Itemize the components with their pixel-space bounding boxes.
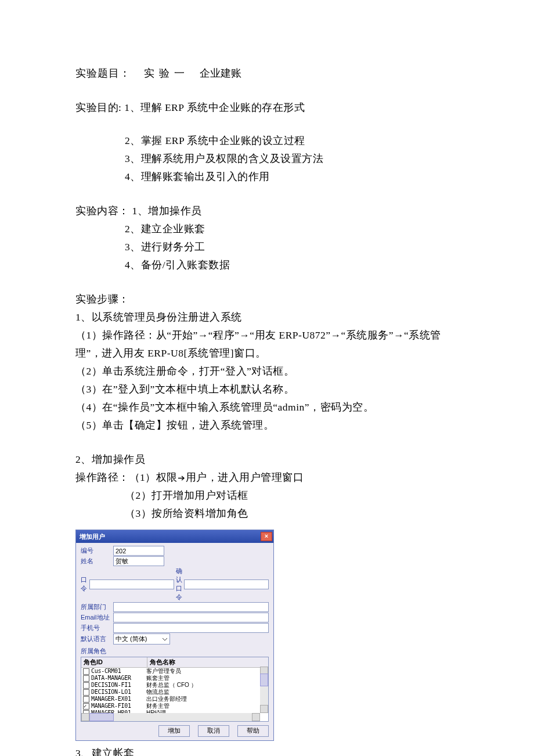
step-1e: （5）单击【确定】按钮，进入系统管理。 — [75, 416, 459, 434]
dialog-button-row: 增加 取消 帮助 — [76, 723, 273, 740]
title-spaced: 实验一 — [144, 67, 189, 79]
dialog-titlebar[interactable]: 增加用户 × — [76, 530, 273, 543]
content-line-4: 4、备份/引入账套数据 — [125, 256, 459, 274]
step-3: 3、建立帐套 — [75, 744, 459, 756]
label-dept: 所属部门 — [81, 603, 113, 611]
purpose-label: 实验目的: — [75, 102, 121, 113]
label-roles: 所属角色 — [81, 647, 106, 656]
role-checkbox[interactable] — [83, 682, 89, 689]
role-name: 账套主管 — [145, 675, 268, 682]
role-checkbox[interactable] — [83, 668, 89, 675]
password-field[interactable] — [89, 579, 174, 589]
dept-field[interactable] — [113, 602, 269, 612]
header-role-name: 角色名称 — [147, 657, 268, 668]
scroll-down-icon[interactable] — [260, 705, 268, 713]
content-line-1: 实验内容： 1、增加操作员 — [75, 202, 459, 220]
role-name: 出口业务部经理 — [145, 696, 268, 703]
name-field[interactable] — [113, 556, 164, 566]
step-1d: （4）在“操作员”文本框中输入系统管理员“admin”，密码为空。 — [75, 398, 459, 416]
content-line-3: 3、进行财务分工 — [125, 238, 459, 256]
steps-label: 实验步骤： — [75, 290, 459, 308]
role-name: 财务总监（ CFO ） — [145, 682, 268, 689]
email-field[interactable] — [113, 613, 269, 622]
role-id: Cus-CRM01 — [91, 668, 121, 675]
table-row[interactable]: MANAGER-EX01出口业务部经理 — [81, 696, 268, 703]
role-name: 客户管理专员 — [145, 668, 268, 675]
phone-field[interactable] — [113, 623, 269, 633]
purpose-line-2: 2、掌握 ERP 系统中企业账的设立过程 — [125, 132, 459, 150]
close-icon[interactable]: × — [261, 532, 272, 541]
step-1b: （2）单击系统注册命令，打开“登入”对话框。 — [75, 362, 459, 380]
purpose-line-4: 4、理解账套输出及引入的作用 — [125, 168, 459, 186]
table-row[interactable]: MANAGER-FI01财务主管 — [81, 703, 268, 710]
purpose-line-3: 3、理解系统用户及权限的含义及设置方法 — [125, 150, 459, 168]
table-row[interactable]: DATA-MANAGER账套主管 — [81, 675, 268, 682]
role-checkbox[interactable] — [83, 689, 89, 696]
label-email: Email地址 — [81, 613, 113, 622]
horizontal-scrollbar[interactable] — [81, 713, 260, 721]
dialog-body: 编号 姓名 口令 确认口令 所属部门 Email地址 — [76, 543, 273, 723]
add-button[interactable]: 增加 — [158, 725, 190, 737]
add-user-dialog: 增加用户 × 编号 姓名 口令 确认口令 所属部门 — [75, 530, 274, 741]
scroll-left-icon[interactable] — [81, 713, 89, 721]
purpose-line-1: 实验目的: 1、理解 ERP 系统中企业账的存在形式 — [75, 99, 459, 117]
step-1c: （3）在”登入到”文本框中填上本机默认名称。 — [75, 380, 459, 398]
role-id: DECISION-LO1 — [91, 689, 131, 696]
code-field[interactable] — [113, 546, 164, 556]
chevron-down-icon — [162, 636, 168, 642]
label-lang: 默认语言 — [81, 635, 113, 643]
role-list-header: 角色ID 角色名称 — [81, 657, 268, 668]
scroll-thumb[interactable] — [260, 674, 268, 686]
arrow-right-icon — [178, 471, 186, 483]
vertical-scrollbar[interactable] — [260, 667, 268, 713]
label-name: 姓名 — [81, 557, 113, 566]
label-phone: 手机号 — [81, 624, 113, 632]
role-id: DATA-MANAGER — [91, 675, 131, 682]
label-pwd: 口令 — [81, 575, 89, 593]
table-row[interactable]: Cus-CRM01客户管理专员 — [81, 668, 268, 675]
step-2: 2、增加操作员 — [75, 451, 459, 469]
header-role-id: 角色ID — [81, 657, 147, 668]
table-row[interactable]: DECISION-LO1物流总监 — [81, 689, 268, 696]
language-select[interactable]: 中文 (简体) — [113, 633, 170, 645]
label-pwd2: 确认口令 — [176, 567, 183, 602]
title-label: 实验题目： — [75, 67, 131, 79]
scroll-thumb-h[interactable] — [89, 713, 114, 721]
step-2-sub3: （3）按所给资料增加角色 — [125, 505, 459, 523]
role-id: MANAGER-FI01 — [91, 703, 131, 710]
step-1a: （1）操作路径：从“开始”→“程序”→“用友 ERP-U872”→“系统服务”→… — [75, 326, 459, 362]
dialog-title: 增加用户 — [80, 532, 261, 541]
step-2-path: 操作路径：（1）权限用户，进入用户管理窗口 — [75, 469, 459, 487]
document-page: 实验题目： 实验一 企业建账 实验目的: 1、理解 ERP 系统中企业账的存在形… — [0, 0, 534, 756]
role-checkbox[interactable] — [83, 675, 89, 682]
role-name: 物流总监 — [145, 689, 268, 696]
role-checkbox[interactable] — [83, 703, 89, 710]
label-code: 编号 — [81, 546, 113, 555]
confirm-password-field[interactable] — [184, 579, 269, 589]
role-checkbox[interactable] — [83, 696, 89, 703]
title-rest: 企业建账 — [200, 67, 241, 79]
scroll-right-icon[interactable] — [252, 713, 260, 721]
role-id: DECISION-FI1 — [91, 682, 131, 689]
step-1: 1、以系统管理员身份注册进入系统 — [75, 308, 459, 326]
role-list: 角色ID 角色名称 Cus-CRM01客户管理专员DATA-MANAGER账套主… — [81, 657, 269, 722]
experiment-title-line: 实验题目： 实验一 企业建账 — [75, 64, 459, 82]
step-2-sub2: （2）打开增加用户对话框 — [125, 487, 459, 505]
content-label: 实验内容： — [75, 205, 129, 217]
role-name: 财务主管 — [145, 703, 268, 710]
help-button[interactable]: 帮助 — [237, 725, 269, 737]
role-id: MANAGER-EX01 — [91, 696, 131, 703]
cancel-button[interactable]: 取消 — [198, 725, 229, 737]
content-line-2: 2、建立企业账套 — [125, 220, 459, 238]
table-row[interactable]: DECISION-FI1财务总监（ CFO ） — [81, 682, 268, 689]
